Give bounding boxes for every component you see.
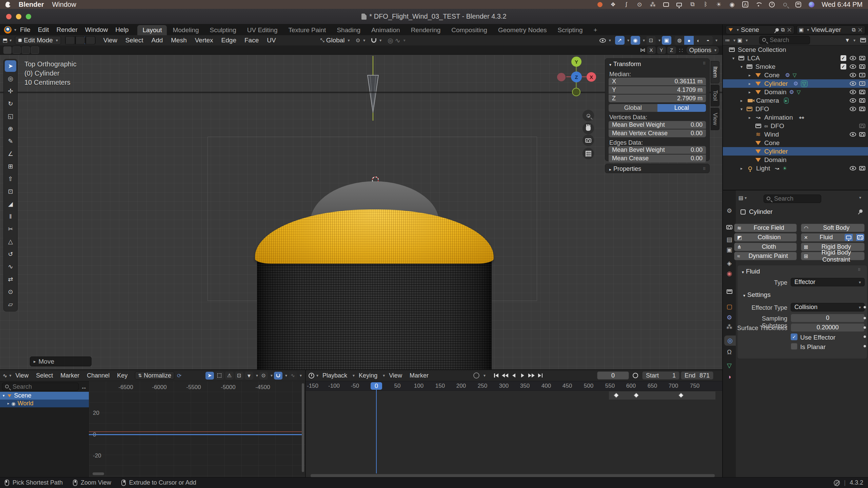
mesh-data-icon[interactable]: ▽ [793,72,797,78]
tab-sculpting[interactable]: Sculpting [205,25,241,35]
npanel-tab-view[interactable]: View [711,108,719,130]
tab-modifiers[interactable]: ⚙ [723,312,736,323]
timeline-scrollbar[interactable] [311,474,715,477]
zoom-view-button[interactable]: + [583,110,594,121]
tool-add-cube[interactable]: ⊞ [5,161,16,172]
stage-manager-icon[interactable]: ⧉ [689,1,695,8]
normalize-button[interactable]: ⇅Normalize [135,371,174,380]
outliner-row-cone[interactable]: ▸ Cone ⚙ ▽ [723,71,868,79]
auto-key-button[interactable] [473,372,479,379]
render-disabled-icon[interactable] [859,81,865,86]
median-x-field[interactable]: X0.36111 m [609,78,706,85]
hide-eye-icon[interactable] [850,166,856,170]
edge-bevel-weight-field[interactable]: Mean Bevel Weight0.00 [609,146,706,154]
expander-icon[interactable]: ▾ [3,393,5,398]
mean-vertex-crease-field[interactable]: Mean Vertex Crease0.00 [609,129,706,137]
viewlayer-selector[interactable]: ▣▾ ViewLayer ⧉ ✕ [796,25,865,34]
tab-shading[interactable]: Shading [332,25,366,35]
new-scene-icon[interactable]: ⧉ [781,27,785,33]
expander-icon[interactable]: ▸ [747,81,752,86]
ghost-curves-button[interactable]: ⚠ [225,372,234,380]
outliner-filter-image-icon[interactable]: ▣ [737,37,742,43]
dynamic-paint-button[interactable]: ≈Dynamic Paint [734,252,797,260]
tab-compositing[interactable]: Compositing [446,25,492,35]
delete-scene-icon[interactable]: ✕ [787,26,792,34]
pin-icon[interactable] [859,209,863,214]
properties-options-dropdown[interactable]: ▾ [859,195,861,200]
select-menu[interactable]: Select [122,36,147,45]
tool-move[interactable]: ✢ [5,85,16,97]
render-camera-icon[interactable] [859,124,865,128]
force-field-button[interactable]: ≋Force Field [734,224,797,232]
proportional-editing-toggle[interactable]: ◎∿▾ [385,36,408,45]
curve-area[interactable]: -6500 -6000 -5500 -5000 -4500 20 0 -20 [89,381,305,477]
tab-tool[interactable]: ⚙ [723,206,736,216]
options-dropdown[interactable]: Options▾ [686,46,719,55]
jump-to-end-button[interactable] [536,371,545,380]
render-camera-icon[interactable] [859,166,865,170]
gizmo-axis-y[interactable]: Y [571,57,581,67]
edit-menu[interactable]: Edit [34,25,53,35]
channel-row-world[interactable]: ▸ ◉ World [0,400,89,407]
camera-data-icon[interactable]: ▸ [784,98,789,104]
npanel-tab-tool[interactable]: Tool [711,85,719,106]
exclude-checkbox[interactable]: ✓ [841,55,846,61]
scene-selector[interactable]: ▾ Scene ⧉ ✕ [726,25,794,34]
is-planar-checkbox[interactable] [791,343,797,350]
soft-body-button[interactable]: ◠Soft Body [801,224,865,232]
spotlight-icon[interactable] [782,1,788,8]
blender-logo-icon[interactable] [4,26,12,34]
tab-geometry-nodes[interactable]: Geometry Nodes [493,25,552,35]
playhead-line[interactable] [376,389,377,473]
navigation-gizmo[interactable]: Y X Z [556,57,597,97]
paw-app-icon[interactable]: ⁂ [650,1,656,8]
fluid-button[interactable]: ✕Fluid [801,233,865,242]
start-frame-field[interactable]: Start1 [642,371,679,380]
notification-app-icon[interactable] [597,1,603,8]
apple-icon[interactable] [5,2,11,7]
expander-icon[interactable]: ▸ [747,73,752,78]
prev-keyframe-button[interactable] [501,371,509,380]
expander-icon[interactable]: ▾ [739,64,744,69]
new-viewlayer-icon[interactable]: ⧉ [852,27,855,33]
tool-inset-faces[interactable]: ⊡ [5,186,16,197]
bluetooth-icon[interactable]: ᛒ [703,1,709,8]
tool-select-box[interactable]: ➤ [5,60,16,72]
render-camera-icon[interactable] [859,90,865,94]
render-camera-icon[interactable] [859,64,865,69]
expander-icon[interactable]: ▸ [739,166,744,171]
graph-select-menu[interactable]: Select [33,371,56,380]
overlays-toggle[interactable]: ◉ [631,36,640,45]
view-menu[interactable]: View [100,36,121,45]
orientation-dropdown[interactable]: ⤡ Global▾ [318,36,353,45]
filter-funnel-button[interactable]: ▼ [245,372,253,380]
material-shading-button[interactable]: ◐ [694,36,703,45]
tool-edge-slide[interactable]: ⇄ [5,273,16,285]
pivot-point-button[interactable]: ⊙ [259,372,268,380]
graph-view-menu[interactable]: View [12,371,32,380]
outliner-row-cylinder-active[interactable]: ▸ Cylinder ⚙ ▽ [723,79,868,88]
camera-view-button[interactable] [583,135,594,146]
outliner-row-light[interactable]: ▸ Light ↝ ☀ [723,164,868,172]
cylinder-mesh[interactable] [257,255,492,369]
npanel-tab-item[interactable]: Item [711,61,719,83]
tool-shrink-fatten[interactable]: ⊙ [5,286,16,298]
tab-animation[interactable]: Animation [366,25,405,35]
animate-dot[interactable] [864,326,866,329]
fcurve-selected[interactable] [89,434,302,435]
modifier-icon[interactable]: ⚙ [789,89,794,95]
face-select-button[interactable] [85,36,96,44]
outliner-row-domain[interactable]: ▸ Domain ⚙ ▽ [723,88,868,96]
mirror-x-button[interactable]: X [647,46,656,54]
siri-icon[interactable] [808,1,814,8]
v-scrollbar[interactable] [302,383,304,472]
properties-search[interactable] [764,195,821,203]
shortcuts-icon[interactable]: ʃ [623,1,629,8]
auto-normalize-icon[interactable]: ⟳ [177,372,181,379]
select-extend-mode[interactable] [22,46,30,54]
gizmo-axis-z[interactable]: Z [571,72,582,82]
window-menu[interactable]: Window [52,1,76,8]
frame-curves-button[interactable]: ⊡ [235,372,243,380]
one-password-icon[interactable]: ⊙ [636,1,643,8]
median-z-field[interactable]: Z2.7909 m [609,95,706,102]
